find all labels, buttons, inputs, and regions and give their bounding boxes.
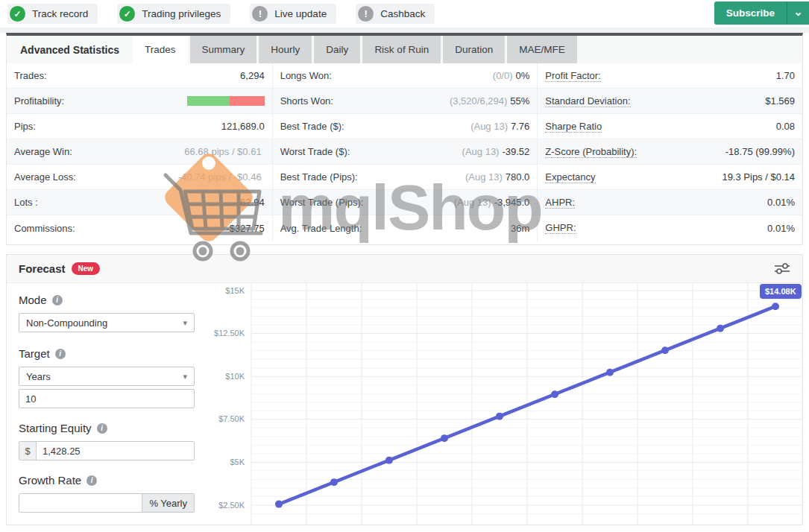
data-point[interactable]: [606, 369, 614, 376]
stat-value-main: -$327.75: [226, 223, 264, 234]
target-select[interactable]: Years ▾: [19, 367, 195, 386]
data-point[interactable]: [330, 478, 338, 486]
stat-value-main: 0%: [516, 70, 530, 81]
chevron-down-icon[interactable]: ⌄: [787, 1, 809, 25]
growth-rate-label: Growth Rate i: [19, 474, 202, 487]
stats-column: Trades:6,294Profitability:Pips:121,689.0…: [7, 63, 272, 241]
starting-equity-label-text: Starting Equity: [19, 422, 92, 434]
stat-label: Pips:: [14, 121, 36, 132]
stat-value: 0.08: [776, 121, 795, 132]
stat-row: GHPR:0.01%: [538, 215, 802, 241]
stat-label: Average Win:: [14, 146, 72, 157]
mode-select[interactable]: Non-Compounding ▾: [19, 313, 195, 332]
topbar: ✓Track record✓Trading privileges!Live up…: [0, 0, 809, 28]
stat-label[interactable]: Sharpe Ratio: [545, 121, 602, 133]
stat-value-main: 1.70: [776, 70, 795, 81]
mode-label: Mode i: [19, 294, 202, 306]
stat-label: Shorts Won:: [280, 95, 333, 107]
divider: [0, 28, 809, 33]
growth-rate-suffix: % Yearly: [142, 494, 194, 512]
starting-equity-group: $: [19, 441, 195, 460]
stat-label: Best Trade (Pips):: [280, 171, 358, 183]
stat-label: Profitability:: [14, 95, 64, 107]
data-point[interactable]: [275, 501, 283, 508]
stat-row: Expectancy19.3 Pips / $0.14: [538, 165, 802, 190]
stat-value-main: -18.75 (99.99%): [725, 146, 795, 157]
target-label: Target i: [19, 347, 202, 360]
stat-label[interactable]: Profit Factor:: [545, 70, 600, 82]
stat-row: Shorts Won:(3,520/6,294)55%: [273, 89, 538, 114]
stat-row: Commissions:-$327.75: [7, 215, 272, 241]
starting-equity-input[interactable]: [37, 442, 194, 460]
stat-value-main: 121,689.0: [221, 121, 265, 132]
stat-row: Worst Trade (Pips):(Aug 13)-3,945.0: [273, 190, 538, 215]
target-amount-input[interactable]: [19, 389, 195, 408]
stat-value: 0.01%: [767, 223, 795, 234]
stat-row: Z-Score (Probability):-18.75 (99.99%): [538, 139, 802, 165]
exclamation-icon: !: [358, 6, 374, 22]
stat-row: Profitability:: [7, 89, 272, 114]
tab-hourly[interactable]: Hourly: [259, 36, 312, 63]
stat-label[interactable]: Standard Deviation:: [545, 95, 630, 107]
stat-label: Lots :: [14, 197, 38, 208]
stat-row: Best Trade ($):(Aug 13)7.76: [273, 114, 538, 139]
info-icon[interactable]: i: [97, 423, 107, 434]
chart-tooltip: $14.08K: [760, 284, 802, 299]
tab-summary[interactable]: Summary: [190, 36, 257, 63]
line-chart: $15K$12.50K$10K$7.50K$5K$2.50K: [207, 283, 803, 525]
starting-equity-label: Starting Equity i: [19, 422, 202, 434]
target-label-text: Target: [19, 347, 50, 360]
stat-value-muted: (Aug 13): [465, 171, 503, 183]
stat-label[interactable]: GHPR:: [545, 222, 576, 234]
stat-value-main: 7.76: [511, 121, 529, 132]
data-point[interactable]: [717, 325, 724, 332]
tab-daily[interactable]: Daily: [314, 36, 360, 63]
stat-value-muted: (Aug 13): [462, 146, 500, 157]
info-icon[interactable]: i: [55, 349, 66, 359]
data-point[interactable]: [661, 346, 669, 354]
stat-value-main: -39.52: [502, 146, 529, 157]
tab-trades[interactable]: Trades: [133, 36, 188, 63]
badge-cashback: !Cashback: [356, 4, 435, 24]
y-axis-tick: $5K: [230, 457, 245, 466]
data-point[interactable]: [496, 413, 503, 420]
info-icon[interactable]: i: [52, 295, 63, 305]
exclamation-icon: !: [252, 6, 268, 22]
stat-value: 0.01%: [767, 197, 795, 208]
stat-row: Trades:6,294: [7, 63, 272, 89]
stat-label: Avg. Trade Length:: [280, 223, 362, 234]
subscribe-label[interactable]: Subscribe: [714, 1, 787, 25]
status-badges: ✓Track record✓Trading privileges!Live up…: [7, 4, 454, 25]
stat-value: 19.3 Pips / $0.14: [722, 171, 795, 183]
tab-duration[interactable]: Duration: [443, 36, 505, 63]
stat-value-main: 0.01%: [767, 223, 795, 234]
data-point[interactable]: [441, 434, 448, 442]
new-badge: New: [72, 262, 101, 275]
check-icon: ✓: [119, 6, 135, 22]
stats-tabstrip: Advanced Statistics TradesSummaryHourlyD…: [7, 36, 802, 63]
stat-value: (Aug 13)7.76: [470, 121, 529, 132]
forecast-content: Mode i Non-Compounding ▾ Target i Years …: [7, 283, 802, 525]
data-point[interactable]: [772, 303, 779, 310]
stats-column: Longs Won:(0/0)0%Shorts Won:(3,520/6,294…: [272, 63, 538, 241]
tab-risk-of-ruin[interactable]: Risk of Ruin: [362, 36, 441, 63]
y-axis-tick: $15K: [225, 286, 245, 295]
tab-mae-mfe[interactable]: MAE/MFE: [507, 36, 577, 63]
loss-segment: [230, 96, 265, 106]
stat-value: 62.94: [240, 197, 265, 208]
stat-label[interactable]: AHPR:: [545, 197, 575, 209]
subscribe-button[interactable]: Subscribe ⌄: [714, 1, 809, 25]
data-point[interactable]: [385, 457, 393, 464]
stat-label[interactable]: Expectancy: [545, 171, 595, 183]
sliders-icon[interactable]: [774, 262, 790, 275]
info-icon[interactable]: i: [86, 475, 97, 486]
stat-value-muted: -40.74 pips / -$0.46: [178, 171, 262, 183]
data-point[interactable]: [551, 390, 558, 398]
panel-title: Advanced Statistics: [7, 36, 133, 63]
stat-label[interactable]: Z-Score (Probability):: [545, 146, 637, 158]
stat-value-muted: (3,520/6,294): [450, 95, 507, 107]
stat-label: Commissions:: [14, 223, 75, 234]
growth-rate-input[interactable]: [19, 494, 142, 512]
stat-value: 6,294: [240, 70, 265, 81]
stat-value-main: 0.01%: [767, 197, 795, 208]
